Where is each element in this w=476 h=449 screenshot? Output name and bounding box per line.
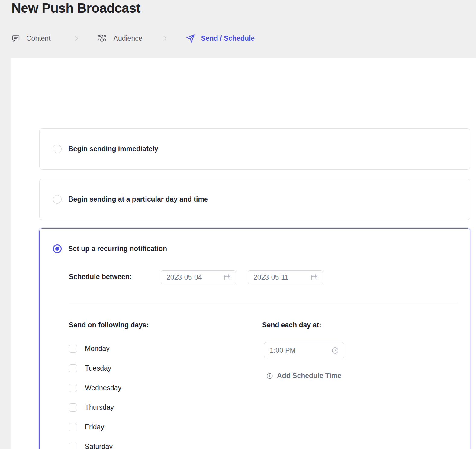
option-label-particular-time: Begin sending at a particular day and ti… — [68, 195, 208, 203]
end-date-input[interactable]: 2023-05-11 — [248, 270, 323, 284]
start-date-input[interactable]: 2023-05-04 — [161, 270, 236, 284]
add-schedule-time-button[interactable]: Add Schedule Time — [266, 372, 341, 380]
day-checkbox[interactable] — [69, 423, 77, 431]
day-row-monday[interactable]: Monday — [69, 339, 121, 358]
radio-recurring[interactable] — [53, 244, 62, 253]
calendar-icon[interactable] — [310, 274, 318, 281]
add-schedule-time-label: Add Schedule Time — [277, 372, 341, 380]
option-card-particular-time[interactable]: Begin sending at a particular day and ti… — [39, 179, 470, 220]
day-checkbox[interactable] — [69, 403, 77, 412]
day-label: Saturday — [85, 443, 113, 449]
circle-plus-icon — [266, 372, 273, 380]
stepper-step-audience[interactable]: Audience — [97, 33, 143, 43]
time-value: 1:00 PM — [270, 346, 296, 355]
time-input[interactable]: 1:00 PM — [264, 342, 344, 358]
send-days-label: Send on following days: — [69, 321, 149, 329]
day-row-saturday[interactable]: Saturday — [69, 437, 121, 449]
start-date-value: 2023-05-04 — [166, 273, 202, 282]
day-row-wednesday[interactable]: Wednesday — [69, 378, 121, 398]
day-row-friday[interactable]: Friday — [69, 417, 121, 437]
radio-immediate[interactable] — [53, 145, 62, 153]
step-label-send-schedule: Send / Schedule — [201, 34, 255, 43]
content-panel: Begin sending immediately Begin sending … — [11, 58, 476, 449]
message-icon — [11, 34, 20, 43]
option-card-immediate[interactable]: Begin sending immediately — [39, 128, 470, 170]
radio-particular-time[interactable] — [53, 195, 62, 204]
day-checkbox[interactable] — [69, 364, 77, 372]
day-row-thursday[interactable]: Thursday — [69, 398, 121, 417]
schedule-between-label: Schedule between: — [69, 273, 132, 281]
day-label: Monday — [85, 345, 110, 353]
day-label: Tuesday — [85, 364, 111, 372]
chevron-right-icon — [161, 34, 169, 42]
day-label: Friday — [85, 423, 104, 431]
days-list: Monday Tuesday Wednesday Thursday Friday… — [69, 339, 121, 449]
option-label-recurring: Set up a recurring notification — [68, 245, 167, 253]
stepper-step-content[interactable]: Content — [11, 34, 51, 43]
option-label-immediate: Begin sending immediately — [68, 145, 158, 153]
end-date-value: 2023-05-11 — [253, 273, 288, 282]
day-checkbox[interactable] — [69, 443, 77, 449]
users-icon — [97, 33, 107, 43]
new-push-broadcast-page: New Push Broadcast Content — [0, 0, 476, 449]
chevron-right-icon — [72, 34, 80, 42]
day-checkbox[interactable] — [69, 345, 77, 353]
page-title: New Push Broadcast — [11, 1, 140, 16]
send-time-label: Send each day at: — [262, 321, 321, 329]
step-label-content: Content — [26, 34, 51, 43]
day-row-tuesday[interactable]: Tuesday — [69, 358, 121, 378]
section-divider — [69, 304, 457, 304]
day-checkbox[interactable] — [69, 384, 77, 392]
paper-plane-icon — [186, 34, 195, 43]
stepper: Content Audience — [11, 31, 255, 45]
day-label: Wednesday — [85, 384, 121, 392]
stepper-step-send-schedule[interactable]: Send / Schedule — [186, 34, 255, 43]
option-card-recurring[interactable]: Set up a recurring notification Schedule… — [39, 228, 470, 449]
clock-icon[interactable] — [331, 346, 339, 355]
step-label-audience: Audience — [114, 34, 143, 43]
day-label: Thursday — [85, 403, 114, 412]
calendar-icon[interactable] — [224, 274, 231, 281]
